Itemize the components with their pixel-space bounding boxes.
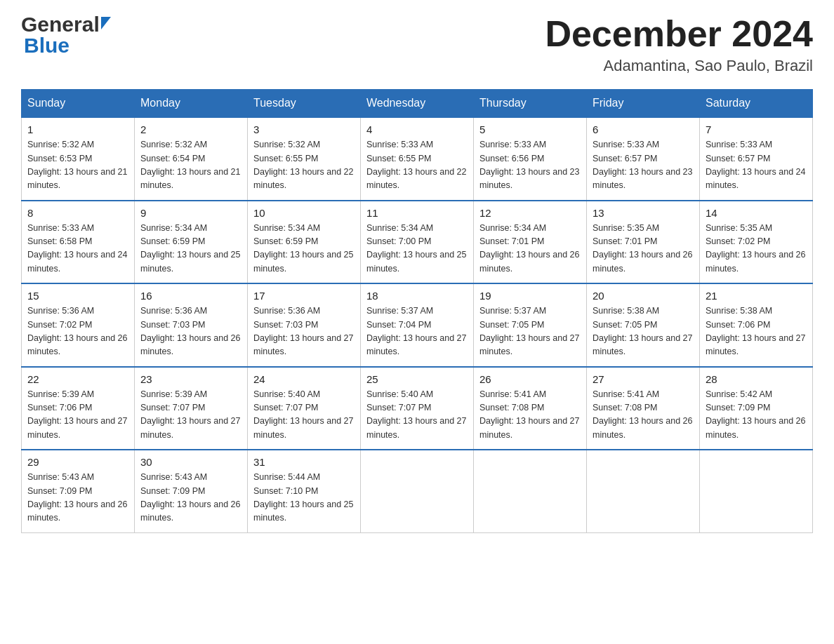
title-area: December 2024 Adamantina, Sao Paulo, Bra… <box>545 14 813 75</box>
day-number: 5 <box>479 123 581 135</box>
day-info: Sunrise: 5:40 AM Sunset: 7:07 PM Dayligh… <box>366 388 468 443</box>
day-number: 4 <box>366 123 468 135</box>
day-info: Sunrise: 5:39 AM Sunset: 7:07 PM Dayligh… <box>140 388 241 443</box>
col-thursday: Thursday <box>474 90 587 118</box>
day-number: 11 <box>366 207 468 219</box>
day-number: 19 <box>479 290 581 302</box>
day-info: Sunrise: 5:36 AM Sunset: 7:02 PM Dayligh… <box>27 304 128 359</box>
calendar-day-cell <box>700 450 813 532</box>
calendar-day-cell: 10 Sunrise: 5:34 AM Sunset: 6:59 PM Dayl… <box>248 201 361 284</box>
day-number: 1 <box>27 123 128 135</box>
day-number: 9 <box>140 207 241 219</box>
day-number: 12 <box>479 207 581 219</box>
calendar-day-cell: 30 Sunrise: 5:43 AM Sunset: 7:09 PM Dayl… <box>135 450 248 532</box>
day-number: 21 <box>706 290 807 302</box>
col-friday: Friday <box>587 90 700 118</box>
calendar-day-cell: 11 Sunrise: 5:34 AM Sunset: 7:00 PM Dayl… <box>361 201 474 284</box>
calendar-day-cell <box>587 450 700 532</box>
col-monday: Monday <box>135 90 248 118</box>
col-saturday: Saturday <box>700 90 813 118</box>
col-tuesday: Tuesday <box>248 90 361 118</box>
day-number: 3 <box>253 123 355 135</box>
calendar-day-cell: 28 Sunrise: 5:42 AM Sunset: 7:09 PM Dayl… <box>700 367 813 450</box>
calendar-day-cell: 15 Sunrise: 5:36 AM Sunset: 7:02 PM Dayl… <box>22 283 135 367</box>
day-info: Sunrise: 5:33 AM Sunset: 6:58 PM Dayligh… <box>27 222 128 276</box>
calendar-day-cell: 9 Sunrise: 5:34 AM Sunset: 6:59 PM Dayli… <box>135 201 248 284</box>
day-info: Sunrise: 5:33 AM Sunset: 6:55 PM Dayligh… <box>366 138 468 193</box>
day-number: 2 <box>140 123 241 135</box>
calendar-day-cell: 12 Sunrise: 5:34 AM Sunset: 7:01 PM Dayl… <box>474 201 587 284</box>
calendar-week-row: 22 Sunrise: 5:39 AM Sunset: 7:06 PM Dayl… <box>22 367 813 450</box>
day-number: 18 <box>366 290 468 302</box>
day-number: 20 <box>593 290 694 302</box>
calendar-day-cell: 24 Sunrise: 5:40 AM Sunset: 7:07 PM Dayl… <box>248 367 361 450</box>
day-info: Sunrise: 5:39 AM Sunset: 7:06 PM Dayligh… <box>27 388 128 443</box>
calendar-day-cell: 4 Sunrise: 5:33 AM Sunset: 6:55 PM Dayli… <box>361 117 474 201</box>
day-info: Sunrise: 5:42 AM Sunset: 7:09 PM Dayligh… <box>706 388 807 443</box>
day-number: 16 <box>140 290 241 302</box>
calendar-day-cell: 25 Sunrise: 5:40 AM Sunset: 7:07 PM Dayl… <box>361 367 474 450</box>
day-number: 28 <box>706 373 807 385</box>
day-number: 13 <box>593 207 694 219</box>
calendar-table: Sunday Monday Tuesday Wednesday Thursday… <box>21 89 813 533</box>
calendar-day-cell: 26 Sunrise: 5:41 AM Sunset: 7:08 PM Dayl… <box>474 367 587 450</box>
calendar-day-cell: 7 Sunrise: 5:33 AM Sunset: 6:57 PM Dayli… <box>700 117 813 201</box>
day-info: Sunrise: 5:35 AM Sunset: 7:01 PM Dayligh… <box>593 222 694 276</box>
day-info: Sunrise: 5:34 AM Sunset: 7:01 PM Dayligh… <box>479 222 581 276</box>
day-number: 22 <box>27 373 128 385</box>
calendar-week-row: 29 Sunrise: 5:43 AM Sunset: 7:09 PM Dayl… <box>22 450 813 532</box>
page-header: General Blue December 2024 Adamantina, S… <box>21 14 813 75</box>
calendar-week-row: 8 Sunrise: 5:33 AM Sunset: 6:58 PM Dayli… <box>22 201 813 284</box>
calendar-day-cell: 5 Sunrise: 5:33 AM Sunset: 6:56 PM Dayli… <box>474 117 587 201</box>
logo-general-text: General <box>21 14 100 35</box>
logo: General Blue <box>21 14 111 58</box>
calendar-day-cell: 3 Sunrise: 5:32 AM Sunset: 6:55 PM Dayli… <box>248 117 361 201</box>
day-number: 27 <box>593 373 694 385</box>
calendar-day-cell: 21 Sunrise: 5:38 AM Sunset: 7:06 PM Dayl… <box>700 283 813 367</box>
calendar-day-cell: 1 Sunrise: 5:32 AM Sunset: 6:53 PM Dayli… <box>22 117 135 201</box>
day-info: Sunrise: 5:38 AM Sunset: 7:06 PM Dayligh… <box>706 304 807 359</box>
day-info: Sunrise: 5:37 AM Sunset: 7:05 PM Dayligh… <box>479 304 581 359</box>
day-number: 25 <box>366 373 468 385</box>
day-number: 14 <box>706 207 807 219</box>
day-info: Sunrise: 5:43 AM Sunset: 7:09 PM Dayligh… <box>27 471 128 525</box>
day-number: 6 <box>593 123 694 135</box>
calendar-day-cell: 16 Sunrise: 5:36 AM Sunset: 7:03 PM Dayl… <box>135 283 248 367</box>
day-number: 7 <box>706 123 807 135</box>
day-number: 10 <box>253 207 355 219</box>
day-number: 29 <box>27 456 128 468</box>
calendar-day-cell: 23 Sunrise: 5:39 AM Sunset: 7:07 PM Dayl… <box>135 367 248 450</box>
day-info: Sunrise: 5:34 AM Sunset: 6:59 PM Dayligh… <box>140 222 241 276</box>
logo-triangle-icon <box>101 17 111 29</box>
calendar-day-cell: 14 Sunrise: 5:35 AM Sunset: 7:02 PM Dayl… <box>700 201 813 284</box>
day-number: 30 <box>140 456 241 468</box>
calendar-day-cell: 18 Sunrise: 5:37 AM Sunset: 7:04 PM Dayl… <box>361 283 474 367</box>
calendar-day-cell: 22 Sunrise: 5:39 AM Sunset: 7:06 PM Dayl… <box>22 367 135 450</box>
day-info: Sunrise: 5:33 AM Sunset: 6:57 PM Dayligh… <box>706 138 807 193</box>
calendar-day-cell <box>361 450 474 532</box>
day-info: Sunrise: 5:34 AM Sunset: 7:00 PM Dayligh… <box>366 222 468 276</box>
day-number: 26 <box>479 373 581 385</box>
day-info: Sunrise: 5:44 AM Sunset: 7:10 PM Dayligh… <box>253 471 355 525</box>
calendar-title: December 2024 <box>545 14 813 54</box>
calendar-day-cell: 13 Sunrise: 5:35 AM Sunset: 7:01 PM Dayl… <box>587 201 700 284</box>
calendar-day-cell: 17 Sunrise: 5:36 AM Sunset: 7:03 PM Dayl… <box>248 283 361 367</box>
calendar-day-cell: 20 Sunrise: 5:38 AM Sunset: 7:05 PM Dayl… <box>587 283 700 367</box>
calendar-week-row: 1 Sunrise: 5:32 AM Sunset: 6:53 PM Dayli… <box>22 117 813 201</box>
calendar-day-cell: 29 Sunrise: 5:43 AM Sunset: 7:09 PM Dayl… <box>22 450 135 532</box>
calendar-day-cell: 19 Sunrise: 5:37 AM Sunset: 7:05 PM Dayl… <box>474 283 587 367</box>
calendar-header-row: Sunday Monday Tuesday Wednesday Thursday… <box>22 90 813 118</box>
calendar-day-cell: 2 Sunrise: 5:32 AM Sunset: 6:54 PM Dayli… <box>135 117 248 201</box>
day-info: Sunrise: 5:37 AM Sunset: 7:04 PM Dayligh… <box>366 304 468 359</box>
calendar-day-cell: 8 Sunrise: 5:33 AM Sunset: 6:58 PM Dayli… <box>22 201 135 284</box>
day-info: Sunrise: 5:41 AM Sunset: 7:08 PM Dayligh… <box>593 388 694 443</box>
day-number: 17 <box>253 290 355 302</box>
day-info: Sunrise: 5:36 AM Sunset: 7:03 PM Dayligh… <box>253 304 355 359</box>
calendar-subtitle: Adamantina, Sao Paulo, Brazil <box>545 57 813 75</box>
logo-blue-text: Blue <box>24 34 70 57</box>
day-number: 15 <box>27 290 128 302</box>
calendar-day-cell: 6 Sunrise: 5:33 AM Sunset: 6:57 PM Dayli… <box>587 117 700 201</box>
day-info: Sunrise: 5:43 AM Sunset: 7:09 PM Dayligh… <box>140 471 241 525</box>
calendar-week-row: 15 Sunrise: 5:36 AM Sunset: 7:02 PM Dayl… <box>22 283 813 367</box>
day-number: 24 <box>253 373 355 385</box>
